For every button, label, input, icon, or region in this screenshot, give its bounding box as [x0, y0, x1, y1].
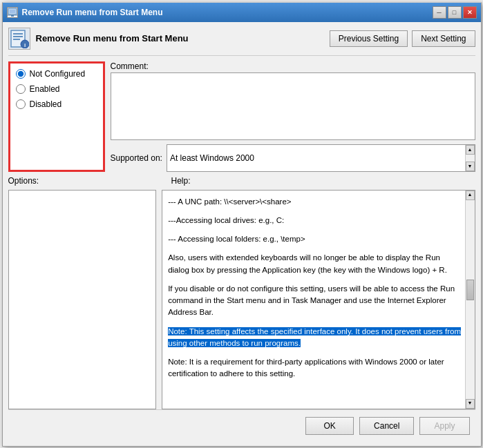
- labels-row: Options: Help:: [8, 176, 475, 186]
- top-row: Not Configured Enabled Disabled Comment:: [8, 61, 475, 172]
- svg-rect-6: [13, 36, 23, 37]
- apply-button[interactable]: Apply: [419, 417, 469, 435]
- title-bar-text: Remove Run menu from Start Menu: [22, 8, 163, 17]
- options-section-label: Options:: [8, 176, 160, 186]
- svg-rect-7: [13, 39, 20, 40]
- content-area: Not Configured Enabled Disabled Comment:: [8, 61, 475, 409]
- svg-rect-5: [13, 33, 23, 35]
- help-scroll-down[interactable]: ▼: [466, 399, 475, 409]
- comment-label: Comment:: [111, 61, 475, 71]
- previous-setting-button[interactable]: Previous Setting: [330, 30, 408, 47]
- radio-enabled[interactable]: Enabled: [16, 84, 97, 94]
- title-bar-controls: ─ □ ✕: [433, 6, 477, 19]
- options-panel: [8, 190, 157, 409]
- policy-icon: i: [8, 28, 30, 50]
- ok-button[interactable]: OK: [305, 417, 354, 435]
- help-scrollbar: ▲ ▼: [465, 191, 475, 409]
- supported-label: Supported on:: [111, 153, 162, 163]
- help-text-highlighted: Note: This setting affects the specified…: [168, 326, 462, 350]
- help-text-5: If you disable or do not configure this …: [168, 283, 462, 319]
- help-section-label: Help:: [166, 176, 475, 186]
- comment-section: Comment:: [111, 61, 475, 140]
- supported-section: Supported on: At least Windows 2000 ▲ ▼: [111, 144, 475, 172]
- title-bar-left: Remove Run menu from Start Menu: [7, 7, 163, 18]
- close-button[interactable]: ✕: [463, 6, 477, 19]
- svg-rect-1: [10, 10, 15, 13]
- help-text-1: --- A UNC path: \\<server>\<share>: [168, 196, 462, 208]
- header-section: i Remove Run menu from Start Menu Previo…: [8, 28, 475, 56]
- radio-disabled-label: Disabled: [30, 99, 62, 109]
- header-buttons: Previous Setting Next Setting: [330, 30, 475, 47]
- help-text-3: --- Accessing local folders: e.g., \temp…: [168, 233, 462, 245]
- minimize-button[interactable]: ─: [433, 6, 446, 19]
- radio-disabled[interactable]: Disabled: [16, 99, 97, 109]
- title-bar: Remove Run menu from Start Menu ─ □ ✕: [3, 3, 481, 22]
- help-scroll-track[interactable]: [466, 200, 475, 399]
- help-scroll-thumb[interactable]: [466, 280, 474, 300]
- supported-value-box: At least Windows 2000 ▲ ▼: [167, 144, 475, 172]
- dialog-body: i Remove Run menu from Start Menu Previo…: [3, 22, 481, 446]
- radio-panel: Not Configured Enabled Disabled: [8, 61, 105, 172]
- maximize-button[interactable]: □: [448, 6, 462, 19]
- bottom-row: --- A UNC path: \\<server>\<share> ---Ac…: [8, 190, 475, 409]
- supported-scrollbar: ▲ ▼: [465, 145, 475, 171]
- svg-text:i: i: [23, 42, 25, 48]
- dialog-window: Remove Run menu from Start Menu ─ □ ✕ i: [2, 2, 482, 447]
- help-text-4: Also, users with extended keyboards will…: [168, 252, 462, 276]
- comment-textarea[interactable]: [111, 72, 475, 140]
- header-left: i Remove Run menu from Start Menu: [8, 28, 189, 50]
- help-text-7: Note: It is a requirement for third-part…: [168, 356, 462, 380]
- dialog-title: Remove Run menu from Start Menu: [36, 33, 189, 43]
- footer: OK Cancel Apply: [8, 409, 475, 440]
- svg-rect-3: [11, 15, 14, 17]
- help-scroll-up[interactable]: ▲: [466, 191, 475, 200]
- scroll-up-arrow[interactable]: ▲: [466, 145, 475, 155]
- cancel-button[interactable]: Cancel: [359, 417, 414, 435]
- highlight-text: Note: This setting affects the specified…: [168, 327, 461, 347]
- radio-not-configured[interactable]: Not Configured: [16, 69, 97, 79]
- right-panel: Comment: Supported on: At least Windows …: [111, 61, 475, 172]
- next-setting-button[interactable]: Next Setting: [412, 30, 475, 47]
- dialog-icon: [7, 7, 18, 18]
- radio-enabled-label: Enabled: [30, 84, 60, 94]
- supported-value-text: At least Windows 2000: [170, 153, 472, 163]
- scroll-down-arrow[interactable]: ▼: [466, 162, 475, 171]
- radio-not-configured-label: Not Configured: [30, 69, 86, 79]
- help-text-2: ---Accessing local drives: e.g., C:: [168, 215, 462, 226]
- help-panel: --- A UNC path: \\<server>\<share> ---Ac…: [162, 190, 475, 409]
